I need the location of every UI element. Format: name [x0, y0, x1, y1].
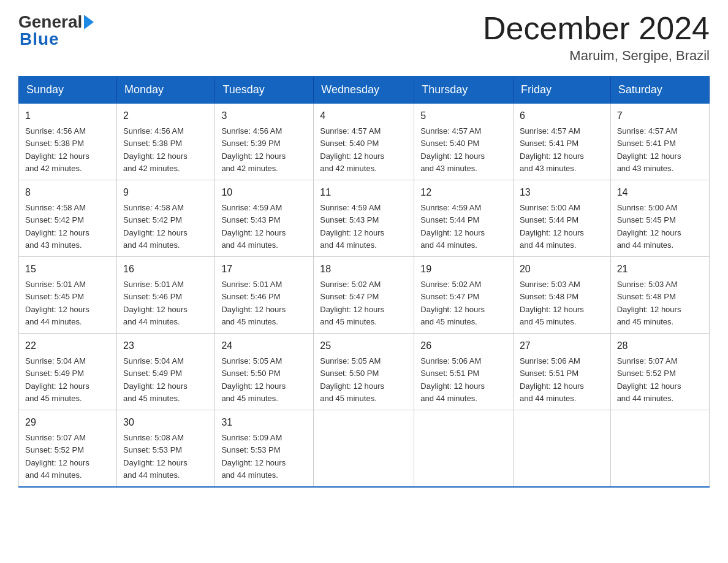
day-number: 11 [320, 185, 408, 200]
calendar-cell: 19 Sunrise: 5:02 AMSunset: 5:47 PMDaylig… [414, 257, 514, 334]
day-info: Sunrise: 4:56 AMSunset: 5:39 PMDaylight:… [221, 126, 286, 173]
calendar-week-row: 8 Sunrise: 4:58 AMSunset: 5:42 PMDayligh… [19, 180, 710, 257]
day-info: Sunrise: 4:59 AMSunset: 5:44 PMDaylight:… [420, 203, 485, 250]
day-info: Sunrise: 5:03 AMSunset: 5:48 PMDaylight:… [520, 280, 584, 326]
day-info: Sunrise: 4:58 AMSunset: 5:42 PMDaylight:… [25, 203, 89, 250]
calendar-cell: 2 Sunrise: 4:56 AMSunset: 5:38 PMDayligh… [117, 103, 215, 180]
day-number: 6 [520, 109, 604, 123]
day-info: Sunrise: 5:06 AMSunset: 5:51 PMDaylight:… [520, 356, 584, 403]
day-info: Sunrise: 5:01 AMSunset: 5:46 PMDaylight:… [123, 280, 188, 326]
header-saturday: Saturday [610, 77, 709, 103]
day-number: 3 [221, 109, 307, 123]
header-tuesday: Tuesday [215, 77, 314, 103]
calendar-cell: 22 Sunrise: 5:04 AMSunset: 5:49 PMDaylig… [19, 334, 117, 410]
calendar-cell: 17 Sunrise: 5:01 AMSunset: 5:46 PMDaylig… [215, 257, 314, 334]
calendar-week-row: 1 Sunrise: 4:56 AMSunset: 5:38 PMDayligh… [19, 103, 710, 180]
calendar-cell: 3 Sunrise: 4:56 AMSunset: 5:39 PMDayligh… [215, 103, 314, 180]
day-info: Sunrise: 4:57 AMSunset: 5:41 PMDaylight:… [520, 126, 584, 173]
logo: General Blue [18, 12, 94, 49]
day-info: Sunrise: 5:08 AMSunset: 5:53 PMDaylight:… [123, 433, 188, 480]
calendar-cell [513, 410, 610, 488]
day-number: 1 [25, 109, 110, 123]
calendar-cell: 5 Sunrise: 4:57 AMSunset: 5:40 PMDayligh… [414, 103, 514, 180]
day-info: Sunrise: 5:07 AMSunset: 5:52 PMDaylight:… [617, 356, 681, 403]
calendar-week-row: 15 Sunrise: 5:01 AMSunset: 5:45 PMDaylig… [19, 257, 710, 334]
day-info: Sunrise: 4:59 AMSunset: 5:43 PMDaylight:… [320, 203, 384, 250]
day-info: Sunrise: 4:57 AMSunset: 5:40 PMDaylight:… [420, 126, 485, 173]
day-info: Sunrise: 5:01 AMSunset: 5:45 PMDaylight:… [25, 280, 89, 326]
calendar-cell: 16 Sunrise: 5:01 AMSunset: 5:46 PMDaylig… [117, 257, 215, 334]
calendar-week-row: 22 Sunrise: 5:04 AMSunset: 5:49 PMDaylig… [19, 334, 710, 410]
day-number: 12 [420, 185, 507, 200]
day-number: 4 [320, 109, 408, 123]
day-number: 26 [420, 339, 507, 353]
calendar-header-row: Sunday Monday Tuesday Wednesday Thursday… [19, 77, 710, 103]
calendar-cell: 20 Sunrise: 5:03 AMSunset: 5:48 PMDaylig… [513, 257, 610, 334]
calendar-cell: 4 Sunrise: 4:57 AMSunset: 5:40 PMDayligh… [314, 103, 414, 180]
day-number: 18 [320, 262, 408, 277]
calendar-cell: 9 Sunrise: 4:58 AMSunset: 5:42 PMDayligh… [117, 180, 215, 257]
day-info: Sunrise: 4:57 AMSunset: 5:41 PMDaylight:… [617, 126, 681, 173]
day-number: 27 [520, 339, 604, 353]
calendar-cell: 18 Sunrise: 5:02 AMSunset: 5:47 PMDaylig… [314, 257, 414, 334]
calendar-cell: 14 Sunrise: 5:00 AMSunset: 5:45 PMDaylig… [610, 180, 709, 257]
day-info: Sunrise: 5:05 AMSunset: 5:50 PMDaylight:… [320, 356, 384, 403]
calendar-cell: 23 Sunrise: 5:04 AMSunset: 5:49 PMDaylig… [117, 334, 215, 410]
calendar-cell: 27 Sunrise: 5:06 AMSunset: 5:51 PMDaylig… [513, 334, 610, 410]
day-info: Sunrise: 4:59 AMSunset: 5:43 PMDaylight:… [221, 203, 286, 250]
day-number: 24 [221, 339, 307, 353]
calendar-cell: 12 Sunrise: 4:59 AMSunset: 5:44 PMDaylig… [414, 180, 514, 257]
day-info: Sunrise: 5:05 AMSunset: 5:50 PMDaylight:… [221, 356, 286, 403]
day-number: 23 [123, 339, 208, 353]
calendar-table: Sunday Monday Tuesday Wednesday Thursday… [18, 76, 710, 488]
calendar-cell: 24 Sunrise: 5:05 AMSunset: 5:50 PMDaylig… [215, 334, 314, 410]
day-info: Sunrise: 5:01 AMSunset: 5:46 PMDaylight:… [221, 280, 286, 326]
day-info: Sunrise: 5:09 AMSunset: 5:53 PMDaylight:… [221, 433, 286, 480]
day-number: 14 [617, 185, 703, 200]
day-info: Sunrise: 5:06 AMSunset: 5:51 PMDaylight:… [420, 356, 485, 403]
header-wednesday: Wednesday [314, 77, 414, 103]
page-header: General Blue December 2024 Maruim, Sergi… [18, 12, 710, 64]
calendar-cell: 13 Sunrise: 5:00 AMSunset: 5:44 PMDaylig… [513, 180, 610, 257]
day-number: 21 [617, 262, 703, 277]
day-number: 20 [520, 262, 604, 277]
day-info: Sunrise: 5:04 AMSunset: 5:49 PMDaylight:… [25, 356, 89, 403]
calendar-cell: 8 Sunrise: 4:58 AMSunset: 5:42 PMDayligh… [19, 180, 117, 257]
calendar-cell: 29 Sunrise: 5:07 AMSunset: 5:52 PMDaylig… [19, 410, 117, 488]
calendar-cell: 15 Sunrise: 5:01 AMSunset: 5:45 PMDaylig… [19, 257, 117, 334]
calendar-cell [414, 410, 514, 488]
calendar-cell: 28 Sunrise: 5:07 AMSunset: 5:52 PMDaylig… [610, 334, 709, 410]
calendar-cell: 21 Sunrise: 5:03 AMSunset: 5:48 PMDaylig… [610, 257, 709, 334]
day-number: 10 [221, 185, 307, 200]
title-section: December 2024 Maruim, Sergipe, Brazil [483, 12, 710, 64]
day-info: Sunrise: 4:56 AMSunset: 5:38 PMDaylight:… [123, 126, 188, 173]
day-number: 22 [25, 339, 110, 353]
day-number: 17 [221, 262, 307, 277]
day-number: 19 [420, 262, 507, 277]
day-number: 29 [25, 415, 110, 430]
calendar-cell [314, 410, 414, 488]
location-subtitle: Maruim, Sergipe, Brazil [483, 48, 710, 64]
calendar-cell: 11 Sunrise: 4:59 AMSunset: 5:43 PMDaylig… [314, 180, 414, 257]
calendar-cell: 7 Sunrise: 4:57 AMSunset: 5:41 PMDayligh… [610, 103, 709, 180]
header-thursday: Thursday [414, 77, 514, 103]
day-number: 15 [25, 262, 110, 277]
calendar-week-row: 29 Sunrise: 5:07 AMSunset: 5:52 PMDaylig… [19, 410, 710, 488]
day-info: Sunrise: 5:02 AMSunset: 5:47 PMDaylight:… [420, 280, 485, 326]
calendar-cell: 6 Sunrise: 4:57 AMSunset: 5:41 PMDayligh… [513, 103, 610, 180]
calendar-cell: 25 Sunrise: 5:05 AMSunset: 5:50 PMDaylig… [314, 334, 414, 410]
calendar-cell: 1 Sunrise: 4:56 AMSunset: 5:38 PMDayligh… [19, 103, 117, 180]
calendar-cell [610, 410, 709, 488]
calendar-cell: 31 Sunrise: 5:09 AMSunset: 5:53 PMDaylig… [215, 410, 314, 488]
day-info: Sunrise: 5:02 AMSunset: 5:47 PMDaylight:… [320, 280, 384, 326]
logo-arrow-icon [84, 15, 94, 29]
day-info: Sunrise: 5:04 AMSunset: 5:49 PMDaylight:… [123, 356, 188, 403]
calendar-cell: 26 Sunrise: 5:06 AMSunset: 5:51 PMDaylig… [414, 334, 514, 410]
day-info: Sunrise: 4:58 AMSunset: 5:42 PMDaylight:… [123, 203, 188, 250]
day-number: 13 [520, 185, 604, 200]
day-info: Sunrise: 5:03 AMSunset: 5:48 PMDaylight:… [617, 280, 681, 326]
header-friday: Friday [513, 77, 610, 103]
day-info: Sunrise: 4:56 AMSunset: 5:38 PMDaylight:… [25, 126, 89, 173]
day-number: 7 [617, 109, 703, 123]
day-info: Sunrise: 4:57 AMSunset: 5:40 PMDaylight:… [320, 126, 384, 173]
